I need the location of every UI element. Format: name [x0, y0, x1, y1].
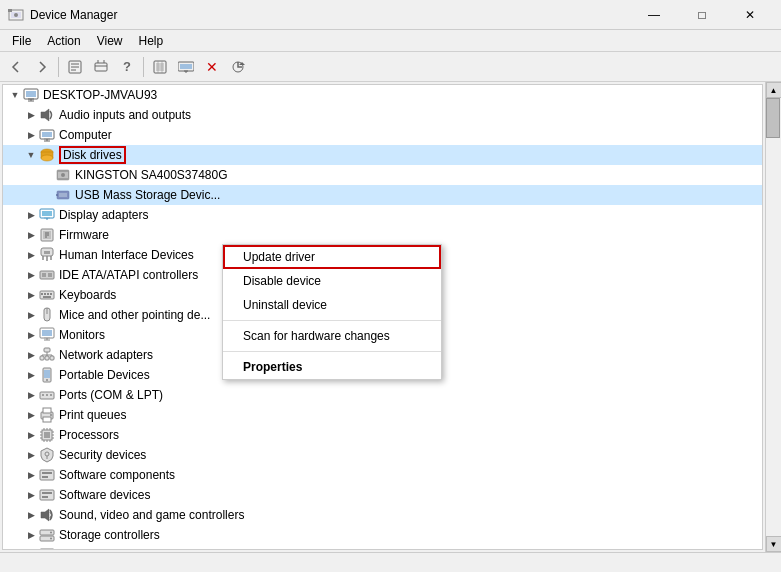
svg-rect-2: [8, 9, 12, 12]
context-menu-disable-device[interactable]: Disable device: [223, 269, 441, 293]
scan-hardware-button[interactable]: [148, 55, 172, 79]
update-driver-button[interactable]: [89, 55, 113, 79]
tree-item-kingston[interactable]: ▶ KINGSTON SA400S37480G: [3, 165, 762, 185]
expand-software-devices[interactable]: ▶: [23, 487, 39, 503]
expand-firmware[interactable]: ▶: [23, 227, 39, 243]
expand-network[interactable]: ▶: [23, 347, 39, 363]
scroll-down-button[interactable]: ▼: [766, 536, 782, 552]
tree-item-usb-storage[interactable]: ▶ USB Mass Storage Devic...: [3, 185, 762, 205]
svg-point-81: [46, 394, 48, 396]
back-button[interactable]: [4, 55, 28, 79]
expand-icon[interactable]: ▼: [7, 87, 23, 103]
storage-icon: [39, 527, 55, 543]
tree-root[interactable]: ▼ DESKTOP-JMVAU93: [3, 85, 762, 105]
window-title: Device Manager: [30, 8, 631, 22]
svg-rect-38: [59, 193, 67, 197]
ports-icon: [39, 387, 55, 403]
expand-ide[interactable]: ▶: [23, 267, 39, 283]
menu-help[interactable]: Help: [131, 32, 172, 50]
scan-changes-button[interactable]: [226, 55, 250, 79]
expand-display[interactable]: ▶: [23, 207, 39, 223]
expand-system[interactable]: ▶: [23, 547, 39, 550]
context-menu-properties[interactable]: Properties: [223, 355, 441, 379]
expand-disk[interactable]: ▼: [23, 147, 39, 163]
scroll-up-button[interactable]: ▲: [766, 82, 782, 98]
expand-keyboards[interactable]: ▶: [23, 287, 39, 303]
tree-item-disk-drives[interactable]: ▼ Disk drives: [3, 145, 762, 165]
usb-storage-label: USB Mass Storage Devic...: [75, 188, 220, 202]
disk-icon: [39, 147, 55, 163]
context-menu: Update driver Disable device Uninstall d…: [222, 244, 442, 380]
tree-item-processors[interactable]: ▶: [3, 425, 762, 445]
menu-action[interactable]: Action: [39, 32, 88, 50]
svg-rect-59: [47, 293, 49, 295]
expand-portable[interactable]: ▶: [23, 367, 39, 383]
maximize-button[interactable]: □: [679, 0, 725, 30]
properties-button[interactable]: [63, 55, 87, 79]
system-icon: [39, 547, 55, 550]
tree-item-software-devices[interactable]: ▶ Software devices: [3, 485, 762, 505]
expand-ports[interactable]: ▶: [23, 387, 39, 403]
close-button[interactable]: ✕: [727, 0, 773, 30]
computer-label: Computer: [59, 128, 112, 142]
computer-icon: [23, 87, 39, 103]
tree-item-storage[interactable]: ▶ Storage controllers: [3, 525, 762, 545]
svg-rect-104: [42, 472, 52, 474]
context-menu-update-driver[interactable]: Update driver: [223, 245, 441, 269]
audio-label: Audio inputs and outputs: [59, 108, 191, 122]
svg-rect-68: [44, 348, 50, 352]
svg-rect-106: [40, 490, 54, 500]
menu-view[interactable]: View: [89, 32, 131, 50]
svg-point-3: [14, 13, 18, 17]
tree-item-print[interactable]: ▶ Print queues: [3, 405, 762, 425]
menu-file[interactable]: File: [4, 32, 39, 50]
forward-button[interactable]: [30, 55, 54, 79]
expand-sound[interactable]: ▶: [23, 507, 39, 523]
software-devices-icon: [39, 487, 55, 503]
expand-print[interactable]: ▶: [23, 407, 39, 423]
context-menu-scan-changes[interactable]: Scan for hardware changes: [223, 324, 441, 348]
ide-label: IDE ATA/ATAPI controllers: [59, 268, 198, 282]
minimize-button[interactable]: —: [631, 0, 677, 30]
svg-point-111: [50, 532, 52, 534]
svg-rect-40: [42, 211, 52, 216]
kingston-label: KINGSTON SA400S37480G: [75, 168, 228, 182]
tree-item-computer[interactable]: ▶ Computer: [3, 125, 762, 145]
tree-item-firmware[interactable]: ▶ Firmware: [3, 225, 762, 245]
processor-icon: [39, 427, 55, 443]
tree-item-display[interactable]: ▶ Display adapters: [3, 205, 762, 225]
tree-item-ports[interactable]: ▶ Ports (COM & LPT): [3, 385, 762, 405]
svg-point-36: [61, 173, 65, 177]
expand-security[interactable]: ▶: [23, 447, 39, 463]
expand-computer[interactable]: ▶: [23, 127, 39, 143]
svg-rect-69: [40, 356, 44, 360]
vertical-scrollbar[interactable]: ▲ ▼: [765, 82, 781, 552]
scroll-thumb[interactable]: [766, 98, 780, 138]
svg-rect-71: [45, 356, 49, 360]
tree-item-software-components[interactable]: ▶ Software components: [3, 465, 762, 485]
expand-monitors[interactable]: ▶: [23, 327, 39, 343]
title-bar: Device Manager — □ ✕: [0, 0, 781, 30]
expand-audio[interactable]: ▶: [23, 107, 39, 123]
tree-item-system[interactable]: ▶ System devices: [3, 545, 762, 550]
remove-device-button[interactable]: ✕: [200, 55, 224, 79]
tree-item-sound[interactable]: ▶ Sound, video and game controllers: [3, 505, 762, 525]
display-devices-button[interactable]: [174, 55, 198, 79]
context-menu-sep-2: [223, 351, 441, 352]
tree-item-security[interactable]: ▶ Security devices: [3, 445, 762, 465]
svg-rect-108: [42, 496, 48, 498]
expand-processors[interactable]: ▶: [23, 427, 39, 443]
tree-item-audio[interactable]: ▶ Audio inputs and outputs: [3, 105, 762, 125]
expand-software-components[interactable]: ▶: [23, 467, 39, 483]
keyboards-label: Keyboards: [59, 288, 116, 302]
print-icon: [39, 407, 55, 423]
context-menu-uninstall-device[interactable]: Uninstall device: [223, 293, 441, 317]
expand-storage[interactable]: ▶: [23, 527, 39, 543]
help-button[interactable]: ?: [115, 55, 139, 79]
disk-drives-label: Disk drives: [59, 146, 126, 164]
svg-point-82: [50, 394, 52, 396]
window-controls: — □ ✕: [631, 0, 773, 30]
portable-label: Portable Devices: [59, 368, 150, 382]
expand-mice[interactable]: ▶: [23, 307, 39, 323]
expand-hid[interactable]: ▶: [23, 247, 39, 263]
